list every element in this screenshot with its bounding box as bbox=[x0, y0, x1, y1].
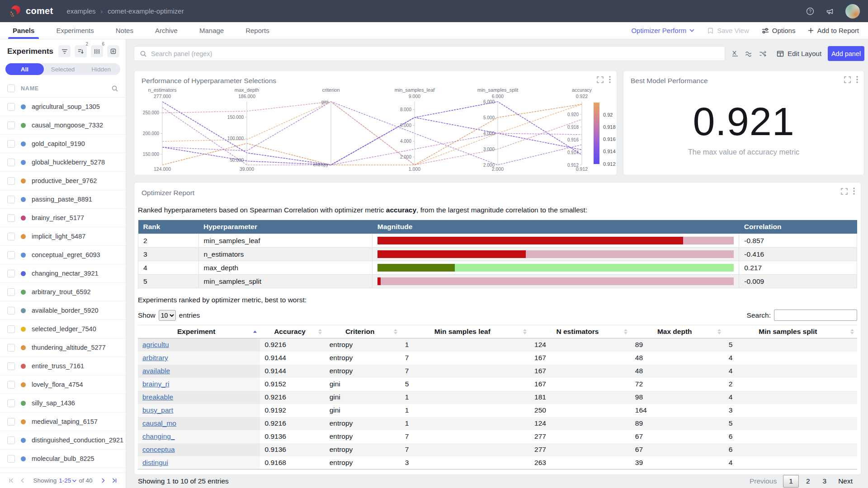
experiment-checkbox[interactable] bbox=[7, 455, 15, 463]
experiment-row[interactable]: implicit_light_5487 bbox=[0, 227, 126, 246]
experiment-checkbox[interactable] bbox=[7, 251, 15, 259]
experiment-row[interactable]: lovely_flora_4754 bbox=[0, 375, 126, 394]
pagination-previous[interactable]: Previous bbox=[745, 475, 781, 488]
page-range-dropdown[interactable]: 1-25 bbox=[59, 477, 76, 484]
view-selector[interactable]: Optimizer Perform bbox=[631, 27, 694, 34]
experiment-row[interactable]: agricultural_soup_1305 bbox=[0, 98, 126, 116]
search-panel-input[interactable] bbox=[151, 50, 719, 57]
experiment-checkbox[interactable] bbox=[7, 103, 15, 111]
experiment-checkbox[interactable] bbox=[7, 122, 15, 129]
experiment-link[interactable]: conceptua bbox=[142, 446, 175, 453]
tab-manage[interactable]: Manage bbox=[189, 22, 235, 39]
experiment-row[interactable]: selected_ledger_7540 bbox=[0, 320, 126, 338]
experiment-checkbox[interactable] bbox=[7, 140, 15, 148]
experiment-row[interactable]: gold_capitol_9190 bbox=[0, 135, 126, 153]
experiment-row[interactable]: global_huckleberry_5278 bbox=[0, 153, 126, 172]
tab-experiments[interactable]: Experiments bbox=[45, 22, 104, 39]
filter-icon[interactable] bbox=[58, 45, 71, 57]
outliers-icon[interactable] bbox=[759, 51, 767, 57]
add-panel-button[interactable]: Add panel bbox=[828, 46, 864, 61]
next-page-icon[interactable] bbox=[98, 478, 108, 483]
table-search-input[interactable] bbox=[774, 310, 857, 321]
avatar[interactable] bbox=[845, 4, 860, 19]
column-header-experiment[interactable]: Experiment bbox=[138, 325, 260, 338]
column-header-n-estimators[interactable]: N estimators bbox=[530, 325, 631, 338]
experiment-link[interactable]: busy_part bbox=[142, 406, 173, 414]
pagination-next[interactable]: Next bbox=[834, 475, 857, 488]
pagination-page-1[interactable]: 1 bbox=[783, 475, 799, 488]
experiment-link[interactable]: available bbox=[142, 367, 170, 375]
pagination-page-2[interactable]: 2 bbox=[801, 475, 816, 487]
pagination-page-3[interactable]: 3 bbox=[817, 475, 832, 487]
last-page-icon[interactable] bbox=[108, 478, 120, 483]
panel-search[interactable] bbox=[134, 46, 725, 61]
experiment-row[interactable]: causal_mongoose_7332 bbox=[0, 116, 126, 135]
first-page-icon[interactable] bbox=[5, 478, 17, 483]
kebab-menu-icon[interactable] bbox=[853, 188, 855, 195]
breadcrumb-project[interactable]: examples bbox=[66, 7, 95, 15]
announcements-icon[interactable] bbox=[826, 7, 835, 16]
search-experiments-icon[interactable] bbox=[111, 85, 118, 92]
smoothing-icon[interactable] bbox=[745, 51, 753, 57]
experiment-row[interactable]: brainy_riser_5177 bbox=[0, 209, 126, 227]
tab-archive[interactable]: Archive bbox=[144, 22, 189, 39]
experiment-row[interactable]: thundering_altitude_5277 bbox=[0, 338, 126, 357]
experiment-checkbox[interactable] bbox=[7, 399, 15, 407]
group-icon[interactable] bbox=[107, 45, 119, 57]
experiment-link[interactable]: agricultu bbox=[142, 341, 169, 348]
entries-select[interactable]: 10 bbox=[159, 310, 176, 321]
help-icon[interactable]: ? bbox=[806, 7, 815, 16]
experiment-row[interactable]: arbitrary_trout_6592 bbox=[0, 283, 126, 301]
options-button[interactable]: Options bbox=[762, 27, 796, 34]
experiment-checkbox[interactable] bbox=[7, 159, 15, 166]
experiment-checkbox[interactable] bbox=[7, 418, 15, 426]
kebab-menu-icon[interactable] bbox=[609, 76, 611, 83]
column-header-accuracy[interactable]: Accuracy bbox=[260, 325, 325, 338]
experiment-row[interactable]: entire_truss_7161 bbox=[0, 357, 126, 375]
experiment-checkbox[interactable] bbox=[7, 288, 15, 296]
experiment-row[interactable]: changing_nectar_3921 bbox=[0, 264, 126, 283]
column-header-min-samples-leaf[interactable]: Min samples leaf bbox=[401, 325, 530, 338]
expand-icon[interactable] bbox=[844, 76, 851, 83]
experiment-checkbox[interactable] bbox=[7, 344, 15, 352]
experiment-row[interactable]: conceptual_egret_6093 bbox=[0, 246, 126, 264]
filter-tab-all[interactable]: All bbox=[5, 63, 44, 75]
experiment-link[interactable]: changing_ bbox=[142, 432, 175, 440]
tab-reports[interactable]: Reports bbox=[235, 22, 280, 39]
experiment-checkbox[interactable] bbox=[7, 196, 15, 203]
experiment-checkbox[interactable] bbox=[7, 325, 15, 333]
experiment-link[interactable]: breakable bbox=[142, 393, 173, 401]
sort-icon[interactable]: 2 bbox=[75, 45, 87, 57]
experiment-checkbox[interactable] bbox=[7, 214, 15, 222]
experiment-row[interactable]: medieval_taping_6157 bbox=[0, 413, 126, 431]
tab-notes[interactable]: Notes bbox=[105, 22, 144, 39]
experiment-checkbox[interactable] bbox=[7, 233, 15, 240]
experiment-checkbox[interactable] bbox=[7, 362, 15, 370]
experiment-row[interactable]: molecular_bulb_8225 bbox=[0, 450, 126, 468]
select-all-checkbox[interactable] bbox=[7, 84, 15, 92]
experiment-checkbox[interactable] bbox=[7, 270, 15, 277]
experiment-link[interactable]: brainy_ri bbox=[142, 380, 169, 388]
x-axis-icon[interactable] bbox=[731, 50, 739, 57]
experiment-row[interactable]: passing_paste_8891 bbox=[0, 190, 126, 209]
experiment-link[interactable]: distingui bbox=[142, 459, 168, 466]
experiment-checkbox[interactable] bbox=[7, 436, 15, 444]
experiment-row[interactable]: distinguished_conduction_2921 bbox=[0, 431, 126, 450]
experiment-link[interactable]: arbitrary bbox=[142, 354, 168, 361]
prev-page-icon[interactable] bbox=[17, 478, 28, 483]
experiment-row[interactable]: productive_beer_9762 bbox=[0, 172, 126, 190]
comet-logo[interactable]: comet bbox=[8, 5, 53, 18]
experiment-checkbox[interactable] bbox=[7, 381, 15, 389]
column-header-criterion[interactable]: Criterion bbox=[325, 325, 401, 338]
experiment-link[interactable]: causal_mo bbox=[142, 419, 176, 427]
add-to-report-button[interactable]: Add to Report bbox=[808, 27, 859, 34]
filter-tab-selected[interactable]: Selected bbox=[44, 63, 82, 75]
filter-tab-hidden[interactable]: Hidden bbox=[82, 63, 120, 75]
experiment-checkbox[interactable] bbox=[7, 307, 15, 314]
column-header-max-depth[interactable]: Max depth bbox=[631, 325, 724, 338]
parallel-coordinates-chart[interactable]: n_estimators277.000124.000250.000200.000… bbox=[134, 71, 617, 175]
experiment-row[interactable]: available_border_5920 bbox=[0, 301, 126, 320]
experiment-row[interactable]: silly_sap_1436 bbox=[0, 394, 126, 413]
columns-icon[interactable]: 6 bbox=[91, 45, 103, 57]
column-header-min-samples-split[interactable]: Min samples split bbox=[724, 325, 857, 338]
